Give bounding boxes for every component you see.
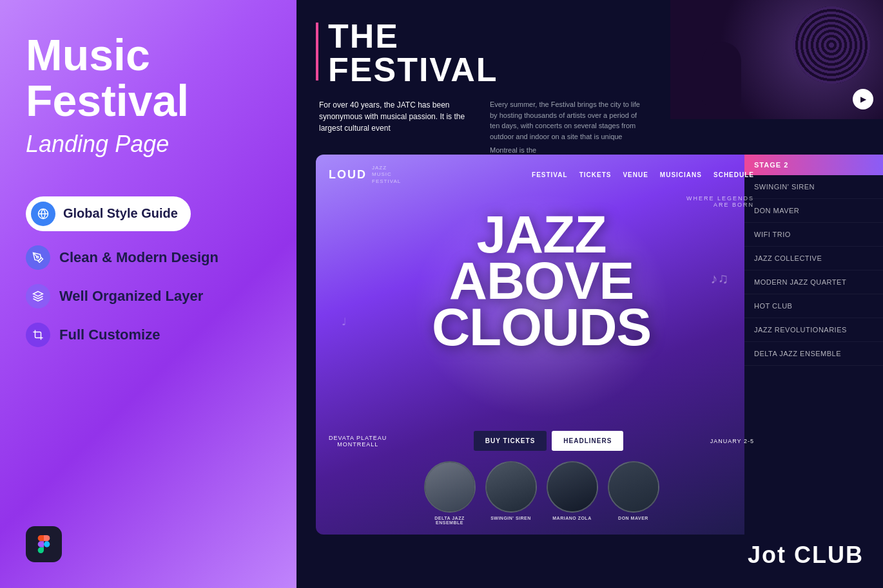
artist-circles: DELTA JAZZENSEMBLE SWINGIN' SIREN MARIAN… bbox=[316, 451, 767, 535]
artist-circle-delta bbox=[424, 461, 476, 513]
artist-item-mariano: MARIANO ZOLA bbox=[547, 461, 598, 525]
desc-right-text: Every summer, the Festival brings the ci… bbox=[490, 99, 648, 142]
headliners-button[interactable]: HEADLINERS bbox=[552, 431, 623, 451]
hero-title: JAZZ ABOVE CLOUDS bbox=[329, 211, 754, 350]
main-title: Music Festival bbox=[26, 32, 271, 124]
right-panel: ▶ THE FESTIVAL For over 40 years, the JA… bbox=[296, 0, 883, 588]
nav-logo: LOUD JAZZMUSICFESTIVAL bbox=[329, 165, 401, 185]
festival-section: THE FESTIVAL For over 40 years, the JATC… bbox=[296, 0, 670, 156]
left-panel: Music Festival Landing Page Global Style… bbox=[0, 0, 296, 588]
subtitle: Landing Page bbox=[26, 131, 271, 158]
performer-silhouette bbox=[703, 42, 741, 106]
date-info: JANUARY 2-5 bbox=[710, 438, 754, 444]
festival-title-block: THE FESTIVAL bbox=[328, 19, 498, 86]
artist-item-siren: SWINGIN' SIREN bbox=[485, 461, 537, 525]
venue-info: DEVATA PLATEAUMONTREALL bbox=[329, 435, 387, 448]
figma-logo bbox=[26, 526, 62, 562]
festival-description: For over 40 years, the JATC has been syn… bbox=[316, 99, 651, 156]
festival-title: THE FESTIVAL bbox=[328, 19, 498, 86]
artist-circle-mariano bbox=[547, 461, 598, 513]
svg-marker-3 bbox=[34, 291, 43, 296]
festival-nav: LOUD JAZZMUSICFESTIVAL FESTIVAL TICKETS … bbox=[316, 155, 767, 195]
play-button[interactable]: ▶ bbox=[853, 89, 873, 109]
music-notes-right: ♪♫ bbox=[711, 270, 729, 287]
desc-right: Every summer, the Festival brings the ci… bbox=[490, 99, 648, 156]
nav-venue[interactable]: VENUE bbox=[623, 171, 648, 178]
artist-name-mariano: MARIANO ZOLA bbox=[552, 516, 591, 520]
feature-label-organized: Well Organized Layer bbox=[59, 288, 203, 305]
artist-circle-don bbox=[608, 461, 659, 513]
logo-subtitle: JAZZMUSICFESTIVAL bbox=[372, 165, 401, 185]
feature-clean-design: Clean & Modern Design bbox=[26, 245, 271, 270]
artist-item-delta: DELTA JAZZENSEMBLE bbox=[424, 461, 476, 525]
hero-buttons[interactable]: BUY TICKETS HEADLINERS bbox=[474, 431, 624, 451]
bottom-brand: Jot CLUB bbox=[748, 542, 864, 569]
feature-style-guide[interactable]: Global Style Guide bbox=[26, 196, 271, 231]
nav-links[interactable]: FESTIVAL TICKETS VENUE MUSICIANS SCHEDUL… bbox=[532, 171, 754, 178]
buy-tickets-button[interactable]: BUY TICKETS bbox=[474, 431, 547, 451]
svg-point-2 bbox=[37, 256, 39, 258]
nav-musicians[interactable]: MUSICIANS bbox=[660, 171, 702, 178]
hero-bottom-row: DEVATA PLATEAUMONTREALL BUY TICKETS HEAD… bbox=[316, 431, 767, 451]
festival-header: THE FESTIVAL bbox=[316, 19, 651, 86]
nav-schedule[interactable]: SCHEDULE bbox=[713, 171, 754, 178]
feature-label-customize: Full Customize bbox=[59, 327, 160, 343]
music-notes-left: ♩ bbox=[342, 316, 347, 328]
brush-icon bbox=[26, 245, 50, 270]
artist-item-don: DON MAVER bbox=[608, 461, 659, 525]
globe-icon bbox=[31, 202, 55, 226]
spiral-bg bbox=[793, 6, 870, 84]
logo-main-text: LOUD bbox=[329, 168, 367, 181]
desc-left: For over 40 years, the JATC has been syn… bbox=[319, 99, 477, 156]
nav-tickets[interactable]: TICKETS bbox=[579, 171, 612, 178]
features-list: Global Style Guide Clean & Modern Design bbox=[26, 196, 271, 347]
artist-circle-siren bbox=[485, 461, 537, 513]
artist-name-delta: DELTA JAZZENSEMBLE bbox=[434, 516, 464, 525]
pink-bar bbox=[316, 23, 318, 81]
desc-left-text: For over 40 years, the JATC has been syn… bbox=[319, 99, 477, 134]
layers-icon bbox=[26, 284, 50, 308]
hero-title-block: WHERE LEGENDSARE BORN JAZZ ABOVE CLOUDS bbox=[316, 195, 767, 350]
top-photo: ▶ bbox=[670, 0, 883, 119]
feature-label-style-guide: Global Style Guide bbox=[63, 206, 178, 221]
feature-label-clean-design: Clean & Modern Design bbox=[59, 249, 218, 266]
logo-block: LOUD bbox=[329, 168, 367, 182]
feature-organized: Well Organized Layer bbox=[26, 284, 271, 308]
crop-icon bbox=[26, 323, 50, 347]
festival-card: LOUD JAZZMUSICFESTIVAL FESTIVAL TICKETS … bbox=[316, 155, 767, 535]
feature-customize: Full Customize bbox=[26, 323, 271, 347]
top-photo-content: ▶ bbox=[670, 0, 883, 119]
brand-name: Jot CLUB bbox=[748, 542, 864, 569]
nav-festival[interactable]: FESTIVAL bbox=[532, 171, 568, 178]
artist-name-siren: SWINGIN' SIREN bbox=[490, 516, 531, 520]
artist-name-don: DON MAVER bbox=[618, 516, 648, 520]
